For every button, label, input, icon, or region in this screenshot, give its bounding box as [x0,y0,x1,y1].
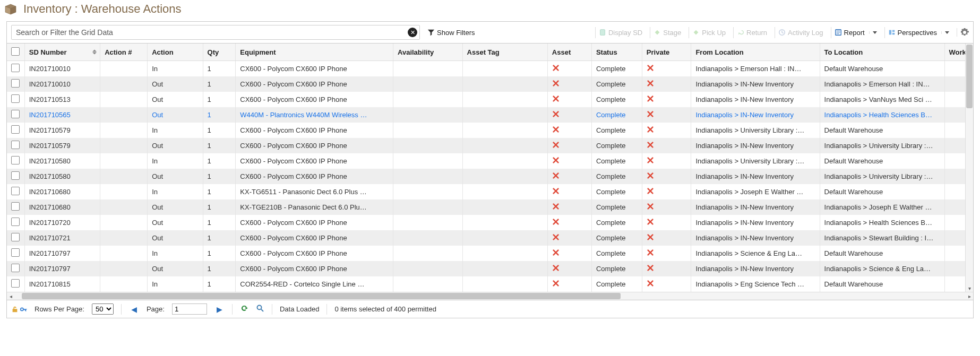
x-icon [647,80,654,87]
return-button[interactable]: Return [733,27,770,38]
scrollbar-thumb[interactable] [966,45,973,108]
row-checkbox-cell[interactable] [7,215,24,230]
row-checkbox-cell[interactable] [7,76,24,92]
table-row[interactable]: IN201710565Out1W440M - Plantronics W440M… [7,107,973,123]
table-row[interactable]: IN201710513Out1CX600 - Polycom CX600 IP … [7,92,973,107]
stage-button[interactable]: Stage [650,27,684,38]
cell-qty: 1 [203,138,236,153]
cell-availability [393,107,463,123]
cell-qty: 1 [203,123,236,138]
settings-button[interactable] [957,28,969,37]
col-sd-number[interactable]: SD Number [24,44,100,61]
table-row[interactable]: IN201710680In1KX-TG6511 - Panasonic Dect… [7,184,973,199]
cell-private [642,169,691,184]
checkbox-icon [11,233,20,241]
stage-icon [654,29,661,36]
table-row[interactable]: IN201710680Out1KX-TGE210B - Panasonic De… [7,199,973,215]
table-row[interactable]: IN201710010Out1CX600 - Polycom CX600 IP … [7,76,973,92]
col-qty[interactable]: Qty [203,44,236,61]
row-checkbox-cell[interactable] [7,138,24,153]
col-availability[interactable]: Availability [393,44,463,61]
horizontal-scrollbar[interactable]: ◂ ▸ [7,292,973,300]
perspectives-button[interactable]: Perspectives [884,27,952,38]
next-page-button[interactable]: ▶ [214,305,225,314]
table-row[interactable]: IN201710797In1CX600 - Polycom CX600 IP P… [7,246,973,261]
cell-availability [393,184,463,199]
cell-action-number [100,61,148,77]
table-row[interactable]: IN201710010In1CX600 - Polycom CX600 IP P… [7,61,973,77]
checkbox-icon [11,156,20,164]
col-status[interactable]: Status [591,44,642,61]
col-to-location[interactable]: To Location [820,44,944,61]
cell-status: Complete [591,246,642,261]
col-equipment[interactable]: Equipment [236,44,393,61]
cell-equipment: CX600 - Polycom CX600 IP Phone [236,230,393,246]
cell-sd-number: IN201710797 [24,261,100,276]
clear-icon[interactable]: ✕ [408,28,417,37]
cell-availability [393,199,463,215]
table-row[interactable]: IN201710720Out1CX600 - Polycom CX600 IP … [7,215,973,230]
lock-key-icons[interactable] [11,306,27,313]
col-action-number[interactable]: Action # [100,44,148,61]
display-sd-button[interactable]: Display SD [595,27,646,38]
cell-sd-number: IN201710565 [24,107,100,123]
row-checkbox-cell[interactable] [7,153,24,169]
grid: SD Number Action # Action Qty Equipment … [7,44,973,292]
table-row[interactable]: IN201710579Out1CX600 - Polycom CX600 IP … [7,138,973,153]
rows-per-page-select[interactable]: 50 [92,303,114,315]
row-checkbox-cell[interactable] [7,261,24,276]
table-row[interactable]: IN201710797Out1CX600 - Polycom CX600 IP … [7,261,973,276]
x-icon [647,157,654,164]
table-row[interactable]: IN201710580In1CX600 - Polycom CX600 IP P… [7,153,973,169]
row-checkbox-cell[interactable] [7,123,24,138]
row-checkbox-cell[interactable] [7,230,24,246]
scroll-down-arrow-icon[interactable]: ▾ [966,284,973,292]
cell-asset [547,123,591,138]
row-checkbox-cell[interactable] [7,92,24,107]
cell-from-location: Indianapolis > IN-New Inventory [691,169,820,184]
row-checkbox-cell[interactable] [7,169,24,184]
perspectives-dropdown[interactable] [941,31,949,34]
scroll-right-arrow-icon[interactable]: ▸ [966,292,973,300]
cell-asset-tag [462,246,547,261]
row-checkbox-cell[interactable] [7,61,24,77]
page-label: Page: [147,305,165,313]
row-checkbox-cell[interactable] [7,199,24,215]
table-row[interactable]: IN201710580Out1CX600 - Polycom CX600 IP … [7,169,973,184]
col-private[interactable]: Private [642,44,691,61]
row-checkbox-cell[interactable] [7,246,24,261]
cell-action: Out [148,76,203,92]
report-button[interactable]: Report [831,27,880,38]
prev-page-button[interactable]: ▶ [129,305,139,314]
table-row[interactable]: IN201710579In1CX600 - Polycom CX600 IP P… [7,123,973,138]
search-input[interactable] [12,25,419,39]
select-all-header[interactable] [7,44,24,61]
row-checkbox-cell[interactable] [7,184,24,199]
show-filters-button[interactable]: Show Filters [424,27,478,38]
scrollbar-thumb[interactable] [22,293,621,299]
pickup-button[interactable]: Pick Up [689,27,729,38]
cell-qty: 1 [203,92,236,107]
page-number-input[interactable] [172,303,207,315]
cell-action-number [100,138,148,153]
cell-equipment: CX600 - Polycom CX600 IP Phone [236,246,393,261]
col-action[interactable]: Action [148,44,203,61]
col-asset-tag[interactable]: Asset Tag [462,44,547,61]
zoom-button[interactable] [256,304,264,314]
cell-asset [547,76,591,92]
col-asset[interactable]: Asset [547,44,591,61]
report-dropdown[interactable] [869,31,877,34]
row-checkbox-cell[interactable] [7,107,24,123]
x-icon [552,126,560,133]
row-checkbox-cell[interactable] [7,276,24,292]
cell-qty: 1 [203,169,236,184]
vertical-scrollbar[interactable]: ▾ [965,44,973,292]
refresh-button[interactable] [240,304,248,314]
cell-status: Complete [591,215,642,230]
scroll-left-arrow-icon[interactable]: ◂ [7,292,14,300]
table-row[interactable]: IN201710721Out1CX600 - Polycom CX600 IP … [7,230,973,246]
activity-log-button[interactable]: Activity Log [775,27,826,38]
col-from-location[interactable]: From Location [691,44,820,61]
table-row[interactable]: IN201710815In1COR2554-RED - Cortelco Sin… [7,276,973,292]
return-label: Return [746,29,767,37]
